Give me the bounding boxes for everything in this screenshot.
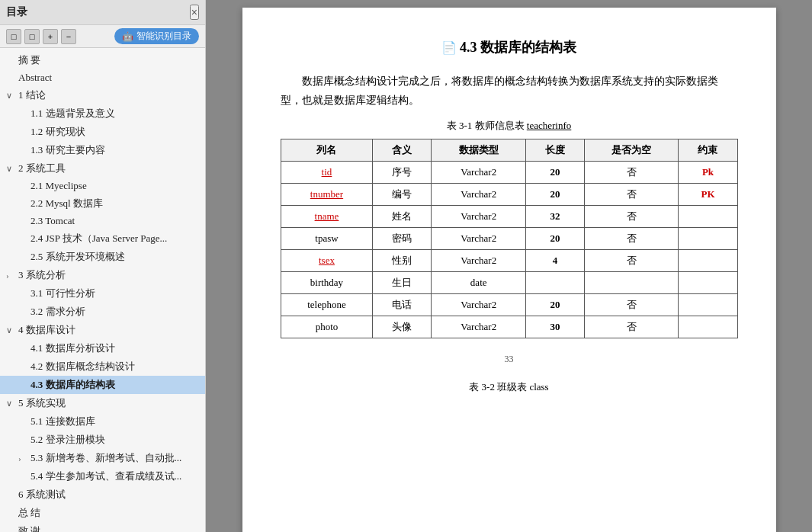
toc-item-label: Abstract — [18, 72, 52, 84]
table-cell-constraint — [679, 316, 737, 338]
smart-toc-button[interactable]: 🤖 智能识别目录 — [114, 28, 199, 44]
table-cell-type: Varchar2 — [432, 250, 526, 272]
col-link[interactable]: tname — [315, 210, 339, 222]
toc-item-label: 5.4 学生参加考试、查看成绩及试... — [30, 470, 181, 483]
toc-item-ch5-1[interactable]: 5.1 连接数据库 — [0, 412, 205, 431]
table-cell-colname: birthday — [281, 272, 373, 294]
expand-icon[interactable]: › — [6, 271, 15, 280]
col-header-name: 列名 — [281, 139, 373, 162]
toc-item-ch6[interactable]: 6 系统测试 — [0, 486, 205, 504]
toolbar-btn-4[interactable]: − — [61, 29, 76, 44]
toc-item-label: 2.3 Tomcat — [30, 215, 75, 227]
table-cell-length: 20 — [525, 294, 584, 316]
table-name-underline: teacherinfo — [527, 120, 571, 131]
table-cell-length: 4 — [525, 250, 584, 272]
expand-icon[interactable]: ∨ — [6, 164, 15, 174]
expand-icon[interactable]: ∨ — [6, 325, 15, 335]
toc-item-ch2-4[interactable]: 2.4 JSP 技术（Java Server Page... — [0, 229, 205, 248]
toc-item-label: 总 结 — [18, 506, 40, 520]
sidebar: 目录 × □ □ + − 🤖 智能识别目录 摘 要Abstract∨1 结论1.… — [0, 0, 206, 532]
toc-item-label: 4.2 数据库概念结构设计 — [30, 360, 135, 373]
toc-item-abstract[interactable]: Abstract — [0, 69, 205, 86]
toc-item-label: 1.2 研究现状 — [30, 125, 85, 139]
toc-item-ch2-2[interactable]: 2.2 Mysql 数据库 — [0, 194, 205, 213]
table-cell-constraint: PK — [679, 184, 737, 206]
toc-item-ch2-5[interactable]: 2.5 系统开发环境概述 — [0, 248, 205, 266]
toc-item-ch3-1[interactable]: 3.1 可行性分析 — [0, 284, 205, 303]
col-header-meaning: 含义 — [373, 139, 432, 162]
table-cell-nullable: 否 — [584, 206, 679, 228]
smart-toc-icon: 🤖 — [122, 31, 133, 42]
toc-item-ch2-3[interactable]: 2.3 Tomcat — [0, 213, 205, 229]
toolbar-btn-3[interactable]: + — [43, 29, 58, 44]
toc-item-ch4-3[interactable]: 4.3 数据库的结构表 — [0, 376, 205, 394]
toc-item-ch4-2[interactable]: 4.2 数据库概念结构设计 — [0, 357, 205, 376]
table-cell-nullable: 否 — [584, 184, 679, 206]
toc-item-ch1-3[interactable]: 1.3 研究主要内容 — [0, 141, 205, 159]
col-header-type: 数据类型 — [432, 139, 526, 162]
table-cell-constraint — [679, 206, 737, 228]
table-cell-meaning: 生日 — [373, 272, 432, 294]
toc-item-ch5[interactable]: ∨5 系统实现 — [0, 394, 205, 412]
col-header-nullable: 是否为空 — [584, 139, 679, 162]
col-link[interactable]: tnumber — [310, 188, 343, 200]
toolbar-btn-1[interactable]: □ — [6, 29, 21, 44]
table-cell-colname: tsex — [281, 250, 373, 272]
toc-item-label: 5 系统实现 — [18, 396, 66, 410]
toc-item-thanks[interactable]: 致 谢 — [0, 522, 205, 532]
table-cell-meaning: 编号 — [373, 184, 432, 206]
toc-item-ch4[interactable]: ∨4 数据库设计 — [0, 321, 205, 339]
constraint-badge: Pk — [702, 166, 714, 178]
sidebar-close-button[interactable]: × — [190, 5, 199, 20]
expand-icon[interactable]: ∨ — [6, 399, 15, 409]
toc-item-ch5-3[interactable]: ›5.3 新增考卷、新增考试、自动批... — [0, 449, 205, 467]
doc-icon: 📄 — [441, 40, 457, 55]
toc-item-label: 3.2 需求分析 — [30, 305, 85, 319]
toc-item-ch2[interactable]: ∨2 系统工具 — [0, 159, 205, 178]
table-cell-meaning: 头像 — [373, 316, 432, 338]
toc-tree: 摘 要Abstract∨1 结论1.1 选题背景及意义1.2 研究现状1.3 研… — [0, 48, 205, 532]
table-row: tsex性别Varchar24否 — [281, 250, 737, 272]
table-cell-constraint — [679, 250, 737, 272]
page-number: 33 — [281, 354, 738, 365]
table-cell-type: Varchar2 — [432, 184, 526, 206]
table-cell-constraint — [679, 294, 737, 316]
expand-icon[interactable]: ∨ — [6, 91, 15, 101]
col-link[interactable]: tsex — [319, 255, 335, 266]
toc-item-ch5-4[interactable]: 5.4 学生参加考试、查看成绩及试... — [0, 467, 205, 486]
toc-item-label: 1.3 研究主要内容 — [30, 143, 105, 157]
toc-item-ch3-2[interactable]: 3.2 需求分析 — [0, 303, 205, 321]
toolbar-btn-2[interactable]: □ — [24, 29, 40, 44]
toc-item-ch2-1[interactable]: 2.1 Myeclipse — [0, 178, 205, 194]
table-row: telephone电话Varchar220否 — [281, 294, 737, 316]
table-cell-length: 20 — [525, 162, 584, 184]
expand-icon[interactable]: › — [18, 453, 27, 463]
toc-item-summary[interactable]: 摘 要 — [0, 51, 205, 69]
toc-item-label: 5.1 连接数据库 — [30, 415, 95, 428]
toc-item-label: 5.3 新增考卷、新增考试、自动批... — [30, 451, 181, 465]
toc-item-ch1-2[interactable]: 1.2 研究现状 — [0, 123, 205, 141]
toc-item-ch3[interactable]: ›3 系统分析 — [0, 266, 205, 284]
table-cell-constraint — [679, 272, 737, 294]
table-cell-constraint — [679, 228, 737, 250]
toc-item-label: 4 数据库设计 — [18, 323, 75, 337]
table-row: birthday生日date — [281, 272, 737, 294]
col-link[interactable]: tid — [322, 166, 332, 178]
toc-item-label: 2.1 Myeclipse — [30, 180, 87, 192]
table-cell-length: 32 — [525, 206, 584, 228]
table-cell-type: Varchar2 — [432, 316, 526, 338]
toc-item-label: 2.4 JSP 技术（Java Server Page... — [30, 232, 167, 245]
chapter-title: 4.3 数据库的结构表 — [460, 38, 576, 56]
toc-item-ch1[interactable]: ∨1 结论 — [0, 86, 205, 104]
table-cell-nullable — [584, 272, 679, 294]
table-cell-length — [525, 272, 584, 294]
toc-item-conclusion[interactable]: 总 结 — [0, 504, 205, 522]
table-cell-colname: telephone — [281, 294, 373, 316]
table-cell-meaning: 序号 — [373, 162, 432, 184]
toc-item-ch5-2[interactable]: 5.2 登录注册模块 — [0, 431, 205, 449]
toc-item-ch4-1[interactable]: 4.1 数据库分析设计 — [0, 339, 205, 357]
table-row: tname姓名Varchar232否 — [281, 206, 737, 228]
toc-item-ch1-1[interactable]: 1.1 选题背景及意义 — [0, 104, 205, 123]
col-header-length: 长度 — [525, 139, 584, 162]
table-cell-length: 20 — [525, 184, 584, 206]
